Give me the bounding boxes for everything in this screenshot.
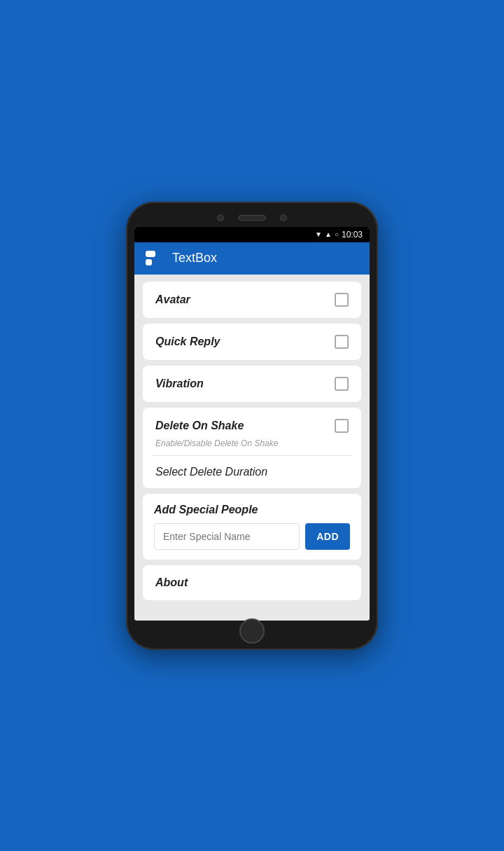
delete-on-shake-checkbox[interactable] bbox=[335, 419, 349, 433]
avatar-label: Avatar bbox=[155, 293, 190, 306]
phone-bottom bbox=[134, 621, 370, 642]
camera-dot bbox=[217, 214, 224, 221]
quick-reply-setting[interactable]: Quick Reply bbox=[143, 324, 361, 360]
select-delete-duration-item[interactable]: Select Delete Duration bbox=[143, 456, 361, 488]
camera-dot-2 bbox=[280, 214, 287, 221]
phone-top bbox=[134, 210, 370, 227]
status-icons: ▼ ▲ ○ 10:03 bbox=[315, 230, 363, 240]
add-special-people-card: Add Special People ADD bbox=[143, 494, 361, 560]
app-bar: TextBox bbox=[134, 242, 370, 275]
phone-device: ▼ ▲ ○ 10:03 TextBox Avatar bbox=[126, 202, 378, 650]
settings-content: Avatar Quick Reply Vibration Delete On S… bbox=[134, 275, 370, 621]
signal-icon: ▲ bbox=[325, 230, 332, 238]
about-setting[interactable]: About bbox=[143, 565, 361, 600]
status-bar: ▼ ▲ ○ 10:03 bbox=[134, 227, 370, 242]
add-special-people-row: ADD bbox=[154, 523, 350, 550]
delete-on-shake-label: Delete On Shake bbox=[155, 420, 244, 432]
app-icon-bubble-1 bbox=[146, 251, 155, 257]
delete-on-shake-subtitle: Enable/Disable Delete On Shake bbox=[143, 438, 361, 455]
select-delete-duration-label: Select Delete Duration bbox=[155, 466, 267, 478]
vibration-setting[interactable]: Vibration bbox=[143, 366, 361, 402]
avatar-checkbox[interactable] bbox=[335, 293, 349, 307]
status-time: 10:03 bbox=[342, 230, 363, 240]
home-button[interactable] bbox=[239, 618, 265, 644]
add-special-button[interactable]: ADD bbox=[305, 523, 350, 550]
phone-screen: ▼ ▲ ○ 10:03 TextBox Avatar bbox=[134, 227, 370, 621]
delete-on-shake-card: Delete On Shake Enable/Disable Delete On… bbox=[143, 408, 361, 488]
vibration-label: Vibration bbox=[155, 378, 204, 390]
enter-special-name-input[interactable] bbox=[154, 523, 300, 550]
quick-reply-label: Quick Reply bbox=[155, 335, 220, 348]
app-icon-bubble-2 bbox=[146, 259, 152, 265]
wifi-icon: ▼ bbox=[315, 230, 322, 238]
battery-icon: ○ bbox=[335, 230, 339, 238]
app-title: TextBox bbox=[172, 251, 217, 265]
speaker-grille bbox=[238, 215, 266, 221]
app-icon bbox=[146, 251, 165, 266]
avatar-setting[interactable]: Avatar bbox=[143, 282, 361, 318]
about-label: About bbox=[155, 576, 188, 589]
vibration-checkbox[interactable] bbox=[335, 377, 349, 391]
delete-on-shake-top[interactable]: Delete On Shake bbox=[143, 408, 361, 438]
quick-reply-checkbox[interactable] bbox=[335, 335, 349, 349]
add-special-people-title: Add Special People bbox=[154, 504, 350, 516]
